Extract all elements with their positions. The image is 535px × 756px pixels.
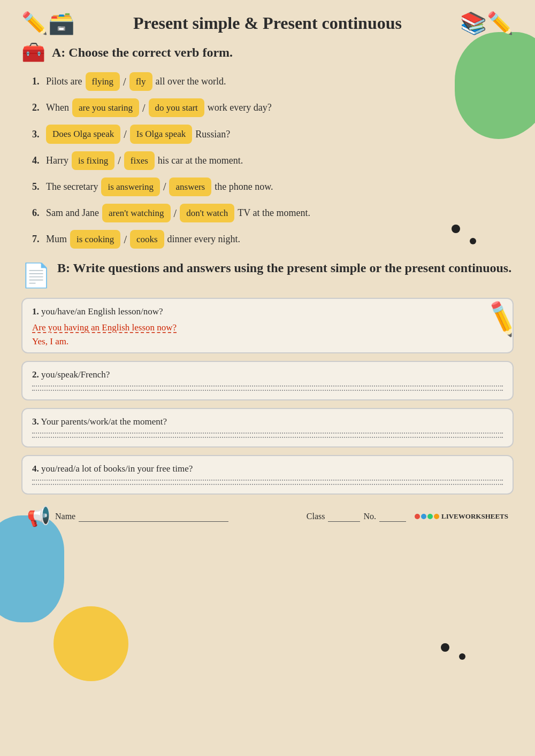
document-icon: 📄 xyxy=(21,261,51,289)
ex1-prompt: 1. you/have/an English lesson/now? xyxy=(32,306,503,317)
q6-option2: don't watch xyxy=(180,204,234,222)
q1-option2: fly xyxy=(129,72,152,91)
lw-dot-green xyxy=(427,514,433,519)
no-label: No. xyxy=(363,512,376,521)
question-row-1: 1. Pilots are flying / fly all over the … xyxy=(32,72,514,91)
question-row-2: 2. When are you staring / do you start w… xyxy=(32,98,514,117)
ex1-answer2[interactable]: Yes, I am. xyxy=(32,336,503,347)
q2-prefix: When xyxy=(46,100,69,115)
ex3-line2 xyxy=(32,437,503,438)
megaphone-icon: 📢 xyxy=(27,505,51,528)
ex1-answer1[interactable]: Are you having an English lesson now? xyxy=(32,322,503,333)
q4-num: 4. xyxy=(32,153,43,168)
q4-suffix: his car at the moment. xyxy=(158,153,243,168)
section-a-title: A: Choose the correct verb form. xyxy=(52,45,233,60)
ex2-line2 xyxy=(32,390,503,391)
q1-option1: flying xyxy=(86,72,120,91)
name-line: Name xyxy=(55,512,228,522)
lw-text: LIVEWORKSHEETS xyxy=(441,512,508,521)
class-label: Class xyxy=(307,512,325,521)
lw-logo xyxy=(415,514,439,519)
liveworksheets-brand: LIVEWORKSHEETS xyxy=(415,512,508,521)
q4-slash: / xyxy=(118,152,121,169)
question-row-3: 3. Does Olga speak / Is Olga speak Russi… xyxy=(32,125,514,143)
q7-num: 7. xyxy=(32,232,43,247)
q7-option1: is cooking xyxy=(70,230,120,249)
ex3-prompt: 3. Your parents/work/at the moment? xyxy=(32,416,503,427)
q6-slash: / xyxy=(174,205,177,222)
ex4-line1 xyxy=(32,480,503,481)
books-icon: 📚✏️ xyxy=(460,11,514,36)
q6-suffix: TV at the moment. xyxy=(238,205,310,221)
class-label-area: Class No. xyxy=(307,512,406,522)
q5-option1: is answering xyxy=(101,178,159,196)
q7-slash: / xyxy=(124,231,127,248)
exercise-box-1: 1. you/have/an English lesson/now? Are y… xyxy=(21,298,514,353)
exercise-boxes: 1. you/have/an English lesson/now? Are y… xyxy=(21,298,514,495)
q4-option2: fixes xyxy=(124,151,155,170)
blob-yellow-decoration xyxy=(54,606,128,681)
dot-decoration-4 xyxy=(459,653,465,660)
name-label: Name xyxy=(55,512,75,521)
q5-suffix: the phone now. xyxy=(215,179,273,195)
q1-suffix: all over the world. xyxy=(156,74,226,89)
ex2-line1 xyxy=(32,385,503,387)
page-title: Present simple & Present continuous xyxy=(75,13,460,33)
footer-right: Class No. LIVEWORKSHEETS xyxy=(307,512,508,522)
section-a-header: 🧰 A: Choose the correct verb form. xyxy=(21,41,514,64)
toolbox-icon: 🧰 xyxy=(21,41,45,64)
q5-slash: / xyxy=(163,178,166,195)
q2-option1: are you staring xyxy=(72,98,139,117)
pencil-box-icon: ✏️🗃️ xyxy=(21,11,75,36)
lw-dot-yellow xyxy=(434,514,439,519)
q1-num: 1. xyxy=(32,74,43,89)
page-footer: 📢 Name Class No. xyxy=(21,505,514,528)
q2-slash: / xyxy=(142,99,146,117)
blob-blue-decoration xyxy=(0,515,64,622)
q5-num: 5. xyxy=(32,179,43,195)
footer-left: 📢 Name xyxy=(27,505,228,528)
lw-dot-red xyxy=(415,514,420,519)
q2-option2: do you start xyxy=(149,98,204,117)
section-b-header: 📄 B: Write questions and answers using t… xyxy=(21,259,514,289)
dot-decoration-3 xyxy=(441,643,449,652)
ex3-line1 xyxy=(32,433,503,434)
q2-num: 2. xyxy=(32,100,43,115)
q1-prefix: Pilots are xyxy=(46,74,82,89)
name-input-dots[interactable] xyxy=(79,512,228,522)
q3-num: 3. xyxy=(32,127,43,142)
q3-suffix: Russian? xyxy=(195,127,230,142)
section-b-title: B: Write questions and answers using the… xyxy=(57,259,511,277)
exercise-box-4: 4. you/read/a lot of books/in your free … xyxy=(21,455,514,495)
ex2-prompt: 2. you/speak/French? xyxy=(32,369,503,380)
q4-option1: is fixing xyxy=(72,151,114,170)
q5-prefix: The secretary xyxy=(46,179,98,195)
q6-prefix: Sam and Jane xyxy=(46,205,99,221)
exercise-box-2: 2. you/speak/French? xyxy=(21,361,514,400)
q2-suffix: work every day? xyxy=(208,100,272,115)
q3-slash: / xyxy=(124,126,127,143)
lw-dot-blue xyxy=(421,514,426,519)
exercise-box-3: 3. Your parents/work/at the moment? xyxy=(21,408,514,448)
q5-option2: answers xyxy=(169,178,211,196)
q7-suffix: dinner every night. xyxy=(167,232,240,247)
question-row-5: 5. The secretary is answering / answers … xyxy=(32,178,514,196)
page-header: ✏️🗃️ Present simple & Present continuous… xyxy=(21,11,514,36)
question-row-6: 6. Sam and Jane aren't watching / don't … xyxy=(32,204,514,222)
question-row-4: 4. Harry is fixing / fixes his car at th… xyxy=(32,151,514,170)
q1-slash: / xyxy=(123,73,126,90)
ex4-prompt: 4. you/read/a lot of books/in your free … xyxy=(32,464,503,474)
q4-prefix: Harry xyxy=(46,153,68,168)
q3-option2: Is Olga speak xyxy=(130,125,193,143)
q3-option1: Does Olga speak xyxy=(46,125,120,143)
ex4-line2 xyxy=(32,484,503,485)
q6-option1: aren't watching xyxy=(102,204,171,222)
q6-num: 6. xyxy=(32,205,43,221)
lw-color-dots xyxy=(415,514,439,519)
questions-list: 1. Pilots are flying / fly all over the … xyxy=(32,72,514,249)
question-row-7: 7. Mum is cooking / cooks dinner every n… xyxy=(32,230,514,249)
q7-option2: cooks xyxy=(130,230,164,249)
q7-prefix: Mum xyxy=(46,232,67,247)
